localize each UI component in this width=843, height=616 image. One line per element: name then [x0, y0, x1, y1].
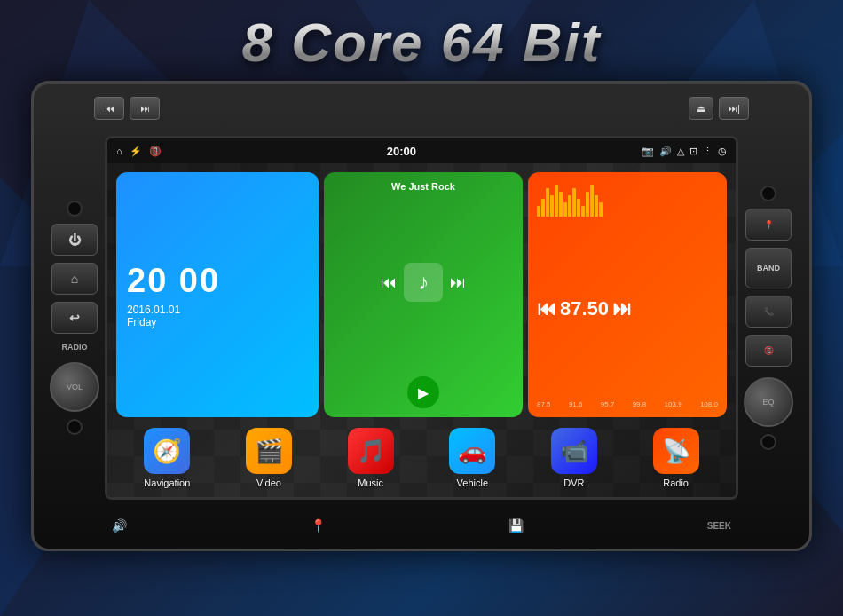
next-track-button[interactable]: ⏭: [130, 97, 160, 120]
clock-time: 20 00: [127, 262, 308, 300]
signal-blocked-icon: 📵: [149, 146, 162, 157]
eject-button[interactable]: ⏏: [689, 97, 713, 120]
seek-label: SEEK: [707, 521, 731, 531]
dvr-label: DVR: [563, 478, 584, 488]
status-left: ⌂ ⚡ 📵: [116, 146, 162, 157]
eq-knob[interactable]: EQ: [744, 377, 793, 427]
radio-label: Radio: [663, 478, 689, 488]
call-end-button[interactable]: 📵: [745, 335, 792, 367]
radio-bar: [568, 195, 571, 217]
call-answer-button[interactable]: 📞: [745, 296, 792, 328]
app-icon-music[interactable]: 🎵Music: [348, 428, 394, 488]
prev-button[interactable]: ⏮: [381, 273, 397, 292]
app-icon-video[interactable]: 🎬Video: [246, 428, 292, 488]
app-screen: 20 00 2016.01.01 Friday We Just Rock ⏮ ♪…: [107, 163, 736, 497]
radio-bar: [559, 192, 563, 217]
app-icon-navigation[interactable]: 🧭Navigation: [144, 428, 190, 488]
gps-button[interactable]: 📍: [745, 209, 792, 241]
camera-status-icon: 📷: [642, 146, 654, 157]
radio-bar: [563, 202, 567, 217]
status-bar: ⌂ ⚡ 📵 20:00 📷 🔊 △ ⊡ ⋮ ◷: [107, 138, 736, 163]
menu-icon: ⋮: [703, 146, 713, 157]
mount-hole-right-bottom: [760, 434, 776, 450]
band-label: BAND: [757, 264, 780, 272]
radio-scale-label: 91.6: [569, 400, 583, 408]
phone-answer-icon: 📞: [764, 307, 774, 316]
top-bar: ⏮ ⏭ ⏏ ⏭|: [41, 91, 802, 126]
right-side-panel: 📍 BAND 📞 📵 EQ: [744, 186, 793, 450]
screen-container: ⌂ ⚡ 📵 20:00 📷 🔊 △ ⊡ ⋮ ◷: [105, 136, 738, 500]
vehicle-icon: 🚗: [449, 428, 495, 474]
freq-next-icon: ⏭: [612, 297, 632, 320]
band-button[interactable]: BAND: [745, 248, 792, 288]
home-icon: ⌂: [71, 272, 78, 286]
mount-hole-right-top: [760, 186, 776, 201]
device-shell: ⏮ ⏭ ⏏ ⏭| ⏻ ⌂ ↩ RADIO VOL: [31, 81, 812, 551]
music-icon: 🎵: [348, 428, 394, 474]
back-button[interactable]: ↩: [51, 302, 98, 334]
music-widget[interactable]: We Just Rock ⏮ ♪ ⏭ ▶: [324, 172, 523, 417]
usb-icon: ⚡: [130, 146, 142, 157]
music-title: We Just Rock: [391, 181, 455, 192]
radio-bar: [541, 199, 545, 217]
radio-scale-label: 95.7: [601, 400, 615, 408]
radio-icon: 📡: [653, 428, 699, 474]
music-note-icon: ♪: [404, 263, 443, 302]
radio-bar: [537, 206, 540, 217]
video-icon: 🎬: [246, 428, 292, 474]
play-button[interactable]: ▶: [407, 376, 439, 408]
top-left-buttons: ⏮ ⏭: [94, 97, 160, 120]
android-icon: ◷: [718, 146, 727, 157]
radio-scale: 87.591.695.799.8103.9108.0: [537, 400, 718, 408]
navigation-label: Navigation: [144, 478, 190, 488]
vehicle-label: Vehicle: [457, 478, 488, 488]
save-bottom-icon: 💾: [508, 518, 524, 533]
triangle-icon: △: [677, 146, 684, 157]
speaker-bottom-icon: 🔊: [112, 518, 127, 533]
radio-scale-label: 87.5: [537, 400, 551, 408]
ff-button[interactable]: ⏭|: [719, 97, 749, 120]
radio-widget[interactable]: ⏮ 87.50 ⏭ 87.591.695.799.8103.9108.0: [528, 172, 727, 417]
radio-scale-label: 108.0: [700, 400, 718, 408]
home-status-icon: ⌂: [116, 146, 122, 156]
navigation-icon: 🧭: [144, 428, 190, 474]
radio-bar: [546, 188, 549, 217]
radio-bar: [550, 195, 554, 217]
radio-bar: [599, 202, 603, 217]
location-icon: 📍: [764, 220, 774, 229]
left-side-panel: ⏻ ⌂ ↩ RADIO VOL: [50, 201, 99, 435]
app-icon-radio[interactable]: 📡Radio: [653, 428, 699, 488]
radio-bar: [586, 192, 589, 217]
app-icon-vehicle[interactable]: 🚗Vehicle: [449, 428, 495, 488]
radio-frequency: ⏮ 87.50 ⏭: [537, 297, 718, 320]
prev-track-button[interactable]: ⏮: [94, 97, 124, 120]
location-bottom-icon: 📍: [311, 518, 326, 533]
freq-prev-icon: ⏮: [537, 297, 556, 320]
radio-bar: [555, 185, 558, 217]
radio-bar: [572, 188, 576, 217]
radio-bar: [595, 195, 598, 217]
bottom-bar: 🔊 📍 💾 SEEK: [41, 509, 802, 541]
page-title: 8 Core 64 Bit: [0, 11, 843, 74]
phone-end-icon: 📵: [764, 346, 774, 355]
widgets-row: 20 00 2016.01.01 Friday We Just Rock ⏮ ♪…: [107, 163, 736, 423]
video-label: Video: [256, 478, 281, 488]
clock-date: 2016.01.01 Friday: [127, 304, 308, 328]
status-time: 20:00: [387, 145, 416, 158]
screen-icon: ⊡: [689, 146, 697, 157]
freq-value: 87.50: [560, 297, 609, 320]
vol-label: VOL: [67, 383, 83, 391]
volume-knob[interactable]: VOL: [50, 362, 99, 412]
radio-scale-label: 99.8: [633, 400, 647, 408]
power-button[interactable]: ⏻: [51, 224, 98, 256]
status-right: 📷 🔊 △ ⊡ ⋮ ◷: [642, 146, 727, 157]
radio-label: RADIO: [62, 343, 88, 351]
radio-bar: [590, 185, 594, 217]
app-icon-dvr[interactable]: 📹DVR: [551, 428, 597, 488]
radio-bars: [537, 181, 718, 217]
clock-widget: 20 00 2016.01.01 Friday: [116, 172, 319, 417]
home-button[interactable]: ⌂: [51, 263, 98, 295]
title-area: 8 Core 64 Bit: [0, 0, 843, 81]
next-button[interactable]: ⏭: [450, 273, 466, 292]
music-label: Music: [358, 478, 383, 488]
